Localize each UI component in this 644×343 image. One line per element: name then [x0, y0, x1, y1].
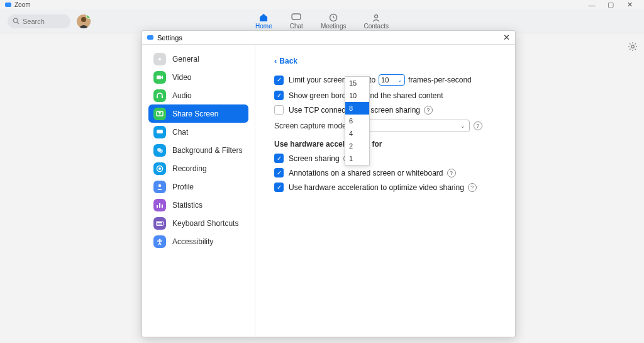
- dialog-close-button[interactable]: ✕: [503, 33, 510, 42]
- sidebar-item-keyboard-shortcuts[interactable]: Keyboard Shortcuts: [148, 214, 248, 232]
- svg-point-7: [158, 58, 161, 60]
- fps-select[interactable]: 10 ⌄: [379, 74, 405, 86]
- svg-rect-0: [292, 14, 301, 20]
- tcp-row: Use TCP connection for screen sharing ?: [274, 105, 496, 115]
- avatar[interactable]: [77, 14, 91, 28]
- capture-mode-label: Screen capture mode: [274, 121, 347, 130]
- help-icon[interactable]: ?: [424, 106, 433, 115]
- sidebar-item-profile[interactable]: Profile: [148, 177, 248, 196]
- svg-rect-19: [159, 203, 160, 208]
- fps-option[interactable]: 8: [345, 102, 369, 115]
- filters-icon: [153, 144, 166, 157]
- clock-icon: [328, 13, 339, 23]
- sidebar-item-label: Profile: [172, 183, 194, 191]
- green-border-row: Show green border around the shared cont…: [274, 91, 496, 100]
- svg-point-17: [158, 184, 161, 186]
- hw-video-row: Use hardware acceleration to optimize vi…: [274, 183, 496, 192]
- sidebar-item-general[interactable]: General: [148, 50, 248, 68]
- fps-option[interactable]: 2: [345, 140, 369, 152]
- help-icon[interactable]: ?: [447, 169, 456, 177]
- sidebar-item-recording[interactable]: Recording: [148, 159, 248, 177]
- sidebar-item-statistics[interactable]: Statistics: [148, 196, 248, 214]
- search-icon: [13, 18, 19, 25]
- settings-sidebar: General Video Audio Share Screen Chat Ba…: [142, 45, 255, 337]
- limit-fps-row: Limit your screen share to 10 ⌄ frames-p…: [274, 74, 496, 86]
- zoom-app-icon: [147, 35, 153, 40]
- sidebar-item-label: Statistics: [172, 201, 203, 210]
- headphones-icon: [153, 89, 166, 102]
- hw-video-checkbox[interactable]: [274, 183, 284, 192]
- settings-dialog: Settings ✕ General Video Audio Share Scr…: [142, 30, 516, 337]
- nav-label: Contacts: [364, 23, 388, 30]
- hw-screen-label: Screen sharing: [289, 154, 340, 163]
- fps-option[interactable]: 15: [345, 77, 369, 89]
- sidebar-item-label: Share Screen: [172, 110, 218, 118]
- nav-chat[interactable]: Chat: [290, 13, 303, 30]
- sidebar-item-chat[interactable]: Chat: [148, 123, 248, 141]
- search-placeholder: Search: [23, 18, 45, 25]
- fps-dropdown[interactable]: 15 10 8 6 4 2 1: [345, 76, 370, 166]
- svg-rect-21: [157, 221, 164, 225]
- limit-fps-checkbox[interactable]: [274, 76, 284, 85]
- app-name: Zoom: [14, 1, 31, 8]
- hw-video-label: Use hardware acceleration to optimize vi…: [289, 183, 464, 192]
- limit-fps-label-post: frames-per-second: [408, 76, 472, 84]
- sidebar-item-share-screen[interactable]: Share Screen: [148, 104, 248, 123]
- stats-icon: [153, 199, 166, 211]
- record-icon: [153, 162, 166, 175]
- help-icon[interactable]: ?: [474, 121, 482, 130]
- titlebar: Zoom — ▢ ✕: [0, 0, 644, 9]
- fps-option[interactable]: 10: [345, 89, 369, 102]
- svg-point-5: [81, 17, 86, 22]
- close-window-button[interactable]: ✕: [620, 1, 639, 9]
- svg-point-3: [13, 18, 18, 23]
- search-input[interactable]: Search: [8, 14, 70, 28]
- svg-rect-9: [157, 96, 158, 98]
- sidebar-item-audio[interactable]: Audio: [148, 86, 248, 104]
- hw-section-heading: Use hardware acceleration for: [274, 140, 496, 149]
- fps-option[interactable]: 6: [345, 115, 369, 127]
- nav-meetings[interactable]: Meetings: [321, 13, 347, 30]
- svg-rect-18: [157, 205, 158, 208]
- sidebar-item-background-filters[interactable]: Background & Filters: [148, 141, 248, 159]
- settings-content: ‹ Back Limit your screen share to 10 ⌄ f…: [255, 45, 515, 337]
- sidebar-item-label: Accessibility: [172, 237, 213, 246]
- hw-annot-checkbox[interactable]: [274, 168, 284, 177]
- chevron-down-icon: ⌄: [460, 123, 465, 129]
- svg-point-2: [375, 15, 378, 18]
- sidebar-item-video[interactable]: Video: [148, 68, 248, 86]
- contacts-icon: [370, 13, 382, 23]
- hw-annot-row: Annotations on a shared screen or whiteb…: [274, 168, 496, 177]
- svg-point-14: [159, 149, 163, 153]
- sidebar-item-label: Keyboard Shortcuts: [172, 219, 238, 228]
- fps-option[interactable]: 4: [345, 127, 369, 140]
- chat-icon: [291, 13, 302, 23]
- sidebar-item-label: Video: [172, 73, 191, 82]
- sidebar-item-label: Chat: [172, 128, 188, 137]
- settings-gear-icon[interactable]: [628, 42, 638, 54]
- capture-mode-row: Screen capture mode Auto ⌄ ?: [274, 120, 496, 132]
- home-icon: [258, 13, 269, 23]
- nav-label: Meetings: [321, 23, 347, 30]
- share-screen-icon: [153, 108, 166, 120]
- back-button[interactable]: ‹ Back: [274, 56, 496, 65]
- fps-option[interactable]: 1: [345, 152, 369, 165]
- sidebar-item-accessibility[interactable]: Accessibility: [148, 232, 248, 250]
- maximize-button[interactable]: ▢: [601, 1, 620, 9]
- svg-line-4: [17, 22, 19, 24]
- minimize-button[interactable]: —: [582, 1, 601, 9]
- sidebar-item-label: Audio: [172, 91, 192, 100]
- nav-contacts[interactable]: Contacts: [364, 13, 388, 30]
- nav-home[interactable]: Home: [255, 13, 272, 30]
- hw-screen-checkbox[interactable]: [274, 154, 284, 163]
- green-border-checkbox[interactable]: [274, 91, 284, 100]
- chevron-left-icon: ‹: [274, 56, 277, 65]
- help-icon[interactable]: ?: [468, 183, 477, 192]
- chevron-down-icon: ⌄: [397, 77, 402, 83]
- sidebar-item-label: General: [172, 55, 199, 64]
- fps-value: 10: [381, 76, 389, 84]
- chat-icon: [153, 126, 166, 138]
- zoom-app-icon: [5, 3, 11, 7]
- gear-icon: [153, 53, 166, 65]
- tcp-checkbox[interactable]: [274, 105, 284, 115]
